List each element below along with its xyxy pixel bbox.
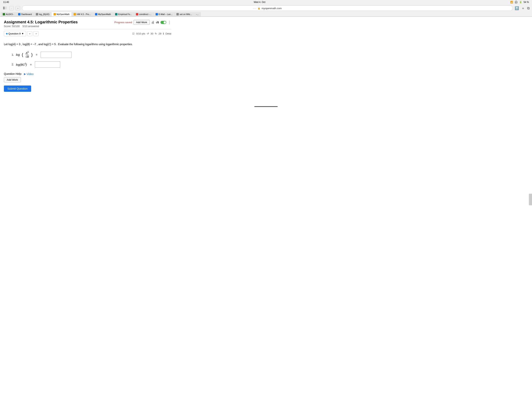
sidebar-toggle-button[interactable] (2, 6, 7, 11)
tab-label-hw45: HW 4.5 - Pro... (77, 13, 91, 15)
toggle-container[interactable] (160, 21, 166, 24)
problem-2-equals: = (30, 63, 32, 66)
tab-comdirect[interactable]: comdirect -... (134, 12, 154, 16)
problem-1-paren-close: ) (31, 52, 32, 57)
problem-2-math: log(BC3) (16, 63, 27, 66)
page-score: Score: 50/100 5/10 answered (4, 25, 78, 28)
tab-email[interactable]: E-Mail – Lan... (154, 12, 175, 16)
share-button[interactable]: ⬆️ (515, 6, 519, 10)
dots-menu: ··· (253, 7, 256, 10)
tab-label-empirical: Empirical Fo... (118, 13, 132, 15)
pts-badge: 0/10 pts (136, 32, 145, 35)
tab-label-aleks: ALEKS - (6, 13, 14, 15)
detail-link[interactable]: Detai (165, 32, 171, 35)
video-link[interactable]: ▶ Video (24, 72, 34, 76)
tab-favicon-myopenmath (54, 13, 56, 15)
tab-empirical[interactable]: Empirical Fo... (113, 12, 134, 16)
tab-myopenmath2[interactable]: MyOpenMath (93, 12, 113, 16)
title-section: Assignment 4.5: Logarithmic Properties S… (4, 20, 78, 28)
lock-icon: 🔒 (258, 7, 260, 10)
tab-label-dashboard: Dashboard (21, 13, 32, 15)
battery-icon: 🔋 (519, 1, 522, 4)
problem-2-input[interactable] (35, 61, 60, 68)
more-options-button[interactable]: ⋮ (168, 20, 171, 25)
tab-dashboard[interactable]: Dashboard (16, 12, 34, 16)
fraction-denominator: √B (25, 55, 29, 58)
info-icon: ℹ (163, 32, 164, 35)
new-tab-button[interactable]: ＋ (521, 6, 525, 11)
problem-1-equals: = (36, 53, 37, 56)
fraction-numerator: A5 (26, 51, 29, 55)
tab-favicon-aleks (3, 13, 5, 15)
tabs-button[interactable]: ⧉ (527, 6, 530, 10)
tab-favicon-comdirect (136, 13, 138, 15)
retry2-icon: ↻ (155, 32, 157, 35)
question-select: Question 9 ▼ ‹ › (4, 31, 38, 36)
tab-uet[interactable]: uet on Wilc... (174, 12, 194, 16)
svg-rect-1 (5, 7, 7, 9)
question-label: Question 9 (8, 32, 21, 35)
battery-percent: 54 % (524, 1, 529, 4)
scroll-indicator (254, 106, 278, 107)
prev-question-button[interactable]: ‹ (27, 31, 32, 36)
tab-label-comdirect: comdirect -... (139, 13, 152, 15)
problem-1-fraction: A5 √B (25, 51, 29, 58)
tab-log[interactable]: log_{9}(42) (34, 12, 52, 16)
tab-label-more: -... (196, 13, 199, 15)
question-dropdown[interactable]: Question 9 ▼ (4, 31, 26, 36)
svg-rect-0 (3, 7, 5, 9)
video-icon: ▶ (24, 72, 26, 75)
question-info: ☑ 0/10 pts ↺ 30 ↻ 29 ℹ Detai (132, 32, 171, 35)
question-navigation: Question 9 ▼ ‹ › ☑ 0/10 pts ↺ 30 ↻ 29 ℹ … (4, 31, 171, 36)
problem-2-number: 2. (12, 63, 14, 66)
tab-label-myopenmath2: MyOpenMath (98, 13, 111, 15)
progress-saved-label: Progress saved (114, 21, 132, 24)
back-button[interactable]: ‹ (9, 6, 14, 11)
tab-favicon-myopenmath2 (95, 13, 97, 15)
url-bar[interactable]: ··· 🔒 myopenmath.com (22, 6, 513, 11)
url-text: myopenmath.com (261, 7, 282, 10)
submit-question-button[interactable]: Submit Question (4, 85, 31, 92)
question-dot (6, 33, 8, 34)
problem-1-paren-open: ( (22, 52, 23, 57)
answered-count: 5/10 answered (22, 25, 39, 28)
tab-label-email: E-Mail – Lan... (159, 13, 172, 15)
page-header: Assignment 4.5: Logarithmic Properties S… (4, 20, 171, 28)
status-time: 11:40 (3, 1, 9, 4)
tab-favicon-email (156, 13, 158, 15)
help-label: Question Help: (4, 72, 22, 75)
question-content: Let log(A) = 3 , log(B) = −7 , and log(C… (4, 40, 171, 94)
tab-favicon-uet (177, 13, 179, 15)
retry-icon: ↺ (147, 32, 149, 35)
checkbox-icon: ☑ (132, 32, 134, 35)
tab-more[interactable]: -... (194, 12, 201, 16)
toggle-knob (164, 21, 166, 24)
page-title: Assignment 4.5: Logarithmic Properties (4, 20, 78, 24)
tabs-bar: ALEKS - Dashboard log_{9}(42) MyOpenMath… (0, 12, 532, 17)
headphone-icon: 🎧 (515, 1, 518, 4)
tab-label-uet: uet on Wilc... (180, 13, 192, 15)
tab-myopenmath[interactable]: MyOpenMath (52, 12, 72, 16)
add-work-header-button[interactable]: Add Work (133, 20, 150, 25)
wifi-icon: 📶 (510, 1, 513, 4)
forward-button[interactable]: › (16, 6, 20, 11)
status-date: Wed 4. Oct (254, 1, 266, 4)
tab-favicon-dashboard (18, 13, 20, 15)
toggle-switch[interactable] (160, 21, 166, 24)
tab-label-myopenmath: MyOpenMath (57, 13, 70, 15)
sqrt-label: √0 (156, 21, 159, 24)
problem-1-input[interactable] (40, 52, 72, 58)
tab-favicon-hw45 (74, 13, 76, 15)
header-actions: Progress saved Add Work 🖨 √0 ⋮ (114, 20, 171, 25)
tab-hw45[interactable]: HW 4.5 - Pro... (72, 12, 93, 16)
add-work-button[interactable]: Add Work (4, 77, 21, 82)
tab-label-log: log_{9}(42) (39, 13, 50, 15)
question-help: Question Help: ▶ Video (4, 72, 171, 76)
print-button[interactable]: 🖨 (151, 21, 154, 24)
next-question-button[interactable]: › (33, 31, 38, 36)
page-content: Assignment 4.5: Logarithmic Properties S… (0, 17, 175, 97)
status-right-icons: 📶 🎧 🔋 54 % (510, 1, 529, 4)
tab-aleks[interactable]: ALEKS - (1, 12, 16, 16)
problem-1-number: 1. (12, 53, 14, 56)
tab-favicon-log (36, 13, 38, 15)
